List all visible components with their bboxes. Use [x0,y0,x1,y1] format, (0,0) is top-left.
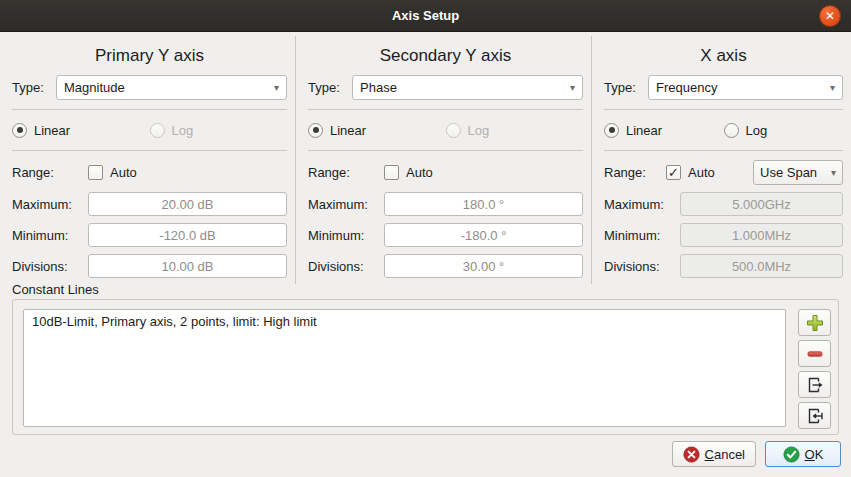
range-label: Range: [604,165,666,180]
minimum-field[interactable] [88,223,287,247]
minimum-label: Minimum: [308,228,384,243]
primary-y-axis-section: Primary Y axis Type: Magnitude ▾ Linear … [0,36,296,284]
minimum-field[interactable] [384,223,583,247]
radio-button-icon [604,123,619,138]
log-radio: Log [446,123,490,138]
close-button[interactable]: ✕ [819,5,841,27]
linear-radio[interactable]: Linear [604,123,662,138]
chevron-down-icon: ▾ [831,167,836,178]
divisions-label: Divisions: [12,259,88,274]
axis-setup-dialog: Axis Setup ✕ Primary Y axis Type: Magnit… [0,0,851,477]
ok-label: OK [805,447,824,462]
title-bar[interactable]: Axis Setup ✕ [0,0,851,32]
type-select[interactable]: Frequency ▾ [648,75,843,100]
type-select[interactable]: Magnitude ▾ [56,75,287,100]
minimum-label: Minimum: [12,228,88,243]
list-item[interactable]: 10dB-Limit, Primary axis, 2 points, limi… [24,310,785,333]
checkbox-icon [88,165,103,180]
radio-button-icon [150,123,165,138]
chevron-down-icon: ▾ [830,82,835,93]
import-line-button[interactable] [798,402,831,429]
span-mode-selected-value: Use Span [760,165,831,180]
cancel-icon [683,446,700,463]
type-label: Type: [308,80,352,95]
minimum-field [680,223,843,247]
radio-button-icon [724,123,739,138]
checkbox-icon [384,165,399,180]
plus-icon [805,313,825,333]
separator [308,150,583,151]
maximum-label: Maximum: [604,197,680,212]
type-select[interactable]: Phase ▾ [352,75,583,100]
section-title: Secondary Y axis [308,46,583,70]
checkbox-checked-icon: ✓ [666,165,681,180]
constant-lines-toolbar [798,309,831,429]
close-icon: ✕ [825,10,835,22]
x-axis-section: X axis Type: Frequency ▾ Linear Log [592,36,851,284]
type-selected-value: Phase [360,80,570,95]
add-line-button[interactable] [798,309,831,336]
chevron-down-icon: ▾ [274,82,279,93]
constant-lines-groupbox: 10dB-Limit, Primary axis, 2 points, limi… [12,299,839,435]
minimum-label: Minimum: [604,228,680,243]
auto-checkbox[interactable]: ✓ Auto [666,165,715,180]
radio-button-icon [308,123,323,138]
axis-columns: Primary Y axis Type: Magnitude ▾ Linear … [0,36,851,284]
export-line-button[interactable] [798,371,831,398]
import-icon [805,406,825,426]
type-selected-value: Magnitude [64,80,274,95]
separator [604,150,843,151]
type-label: Type: [12,80,56,95]
separator [308,109,583,110]
dialog-footer: Cancel OK [672,441,841,467]
range-label: Range: [12,165,88,180]
section-title: X axis [604,46,843,70]
divisions-label: Divisions: [308,259,384,274]
type-selected-value: Frequency [656,80,830,95]
radio-button-icon [446,123,461,138]
ok-button[interactable]: OK [765,441,841,467]
linear-radio[interactable]: Linear [12,123,70,138]
export-icon [805,375,825,395]
auto-checkbox[interactable]: Auto [88,165,137,180]
separator [12,109,287,110]
cancel-label: Cancel [705,447,745,462]
range-label: Range: [308,165,384,180]
type-label: Type: [604,80,648,95]
maximum-label: Maximum: [308,197,384,212]
section-title: Primary Y axis [12,46,287,70]
window-title: Axis Setup [392,8,459,23]
separator [604,109,843,110]
constant-lines-label: Constant Lines [12,282,99,297]
minus-icon [805,344,825,364]
divisions-label: Divisions: [604,259,680,274]
ok-check-icon [783,446,800,463]
separator [12,150,287,151]
chevron-down-icon: ▾ [570,82,575,93]
divisions-field [680,254,843,278]
log-radio: Log [150,123,194,138]
cancel-button[interactable]: Cancel [672,441,756,467]
radio-button-icon [12,123,27,138]
span-mode-select[interactable]: Use Span ▾ [753,160,843,185]
maximum-label: Maximum: [12,197,88,212]
linear-radio[interactable]: Linear [308,123,366,138]
maximum-field[interactable] [384,192,583,216]
auto-checkbox[interactable]: Auto [384,165,433,180]
divisions-field[interactable] [88,254,287,278]
secondary-y-axis-section: Secondary Y axis Type: Phase ▾ Linear Lo… [296,36,592,284]
divisions-field[interactable] [384,254,583,278]
constant-lines-list[interactable]: 10dB-Limit, Primary axis, 2 points, limi… [23,309,786,427]
log-radio[interactable]: Log [724,123,768,138]
maximum-field [680,192,843,216]
remove-line-button[interactable] [798,340,831,367]
maximum-field[interactable] [88,192,287,216]
